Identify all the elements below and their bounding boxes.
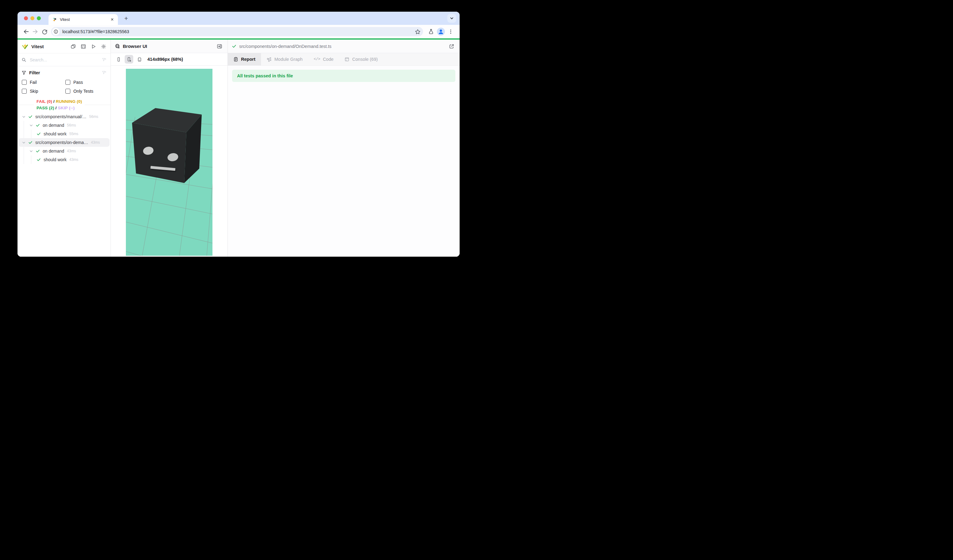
tab-console[interactable]: Console (69): [339, 53, 383, 65]
filter-option-pass[interactable]: Pass: [65, 80, 107, 85]
open-external-icon[interactable]: [448, 42, 456, 50]
test-case-row[interactable]: should work 55ms: [19, 130, 110, 138]
device-toolbar: 414x896px (68%): [111, 53, 228, 66]
window-controls: [24, 16, 41, 20]
tab-code[interactable]: </> Code: [308, 53, 339, 65]
globe-icon: [115, 43, 120, 49]
pass-check-icon: [37, 132, 41, 136]
vitest-ui: Vitest: [17, 40, 459, 257]
profile-avatar[interactable]: [436, 27, 446, 37]
search-row: [17, 53, 110, 66]
code-icon: </>: [314, 57, 320, 61]
forward-arrow-icon: [32, 29, 38, 35]
tab-strip: Vitest ✕ +: [17, 12, 459, 25]
module-graph-icon: [267, 57, 272, 62]
pass-check-icon: [28, 140, 33, 144]
tested-app-iframe[interactable]: [126, 69, 213, 256]
running-count: RUNNING (0): [56, 99, 82, 104]
vitest-favicon-icon: [52, 17, 57, 22]
vitest-logo-icon: [22, 43, 29, 50]
test-file-path: src/components/on-demand/OnDemand.test.t…: [239, 44, 332, 49]
close-tab-icon[interactable]: ✕: [110, 17, 115, 22]
checkbox-pass[interactable]: [65, 80, 70, 85]
pass-count: PASS (2): [37, 105, 54, 110]
test-file-row[interactable]: src/components/manual/… 56ms: [19, 112, 110, 121]
ui-windows-icon[interactable]: [70, 43, 76, 50]
collapse-panel-right-icon[interactable]: [216, 42, 224, 50]
labs-flask-icon[interactable]: [426, 27, 436, 37]
panel-title: Browser UI: [123, 43, 147, 49]
console-icon: [345, 57, 349, 62]
filter-funnel-icon: [22, 70, 26, 75]
chevron-down-icon: [450, 16, 454, 20]
back-button[interactable]: [22, 27, 31, 36]
minimize-window-button[interactable]: [30, 16, 34, 20]
fail-count: FAIL (0): [37, 99, 52, 104]
close-window-button[interactable]: [24, 16, 28, 20]
report-clipboard-icon: [233, 57, 238, 62]
zoom-window-button[interactable]: [37, 16, 41, 20]
search-input[interactable]: [29, 57, 102, 63]
url-text: localhost:5173/#/?file=1828625563: [62, 29, 412, 34]
forward-button[interactable]: [31, 27, 40, 36]
clear-filters-icon[interactable]: [102, 70, 107, 75]
app-name: Vitest: [31, 44, 44, 49]
test-suite-row[interactable]: on demand 43ms: [19, 147, 110, 155]
filter-option-skip[interactable]: Skip: [22, 89, 63, 94]
reload-button[interactable]: [40, 27, 49, 36]
dashboard-icon[interactable]: [80, 43, 86, 50]
checkbox-skip[interactable]: [22, 89, 27, 94]
browser-window: Vitest ✕ + localhost:5173/#/?file=182862…: [17, 12, 459, 257]
browser-menu-icon[interactable]: [446, 27, 456, 37]
browser-toolbar: localhost:5173/#/?file=1828625563: [17, 25, 459, 38]
report-body: All tests passed in this file: [228, 66, 459, 257]
chevron-down-icon[interactable]: [22, 141, 26, 144]
all-tests-passed-banner: All tests passed in this file: [232, 70, 455, 82]
skip-count: SKIP (--): [58, 105, 75, 110]
filter-option-only-tests[interactable]: Only Tests: [65, 89, 107, 94]
duration: 56ms: [67, 123, 76, 127]
test-suite-row[interactable]: on demand 56ms: [19, 121, 110, 130]
clear-search-filter-icon[interactable]: [102, 57, 107, 62]
chevron-down-icon[interactable]: [29, 149, 33, 153]
url-bar[interactable]: localhost:5173/#/?file=1828625563: [51, 27, 423, 36]
pass-check-icon: [36, 123, 40, 127]
chevron-down-icon[interactable]: [29, 123, 33, 127]
report-tabs: Report Module Graph </> Code Console: [228, 53, 459, 66]
sidebar-header: Vitest: [17, 40, 110, 53]
pass-check-icon: [36, 149, 40, 153]
checkbox-only-tests[interactable]: [65, 89, 70, 94]
reload-icon: [42, 29, 48, 35]
new-tab-button[interactable]: +: [122, 14, 130, 23]
back-arrow-icon: [23, 29, 29, 35]
filter-section: Filter Fail Pass: [17, 66, 110, 95]
duration: 43ms: [69, 158, 78, 162]
duration: 43ms: [67, 149, 76, 153]
test-file-row-selected[interactable]: src/components/on-dema… 43ms: [19, 138, 110, 147]
device-phone-plus-icon[interactable]: [125, 55, 133, 64]
bookmark-star-icon[interactable]: [415, 29, 421, 35]
filter-option-fail[interactable]: Fail: [22, 80, 63, 85]
site-info-icon[interactable]: [52, 28, 60, 35]
test-summary: FAIL (0) / RUNNING (0) PASS (2) / SKIP (…: [17, 98, 110, 112]
device-tablet-icon[interactable]: [135, 55, 144, 64]
device-phone-small-icon[interactable]: [114, 55, 123, 64]
theme-toggle-sun-icon[interactable]: [100, 43, 107, 50]
tab-module-graph[interactable]: Module Graph: [261, 53, 308, 65]
chevron-down-icon[interactable]: [22, 115, 26, 119]
viewport-size-label: 414x896px (68%): [147, 57, 183, 62]
report-panel: src/components/on-demand/OnDemand.test.t…: [228, 40, 459, 257]
run-all-tests-icon[interactable]: [90, 43, 96, 50]
pass-check-icon: [37, 158, 41, 162]
test-case-row[interactable]: should work 43ms: [19, 155, 110, 164]
pass-check-icon: [28, 115, 33, 119]
tab-title: Vitest: [60, 17, 110, 22]
tab-search-button[interactable]: [447, 14, 456, 23]
browser-tab-vitest[interactable]: Vitest ✕: [48, 14, 118, 25]
checkbox-fail[interactable]: [22, 80, 27, 85]
duration: 43ms: [91, 140, 100, 144]
sidebar: Vitest: [17, 40, 111, 257]
search-icon: [22, 57, 26, 62]
tab-report[interactable]: Report: [228, 53, 261, 65]
robot-cube: [132, 108, 202, 183]
